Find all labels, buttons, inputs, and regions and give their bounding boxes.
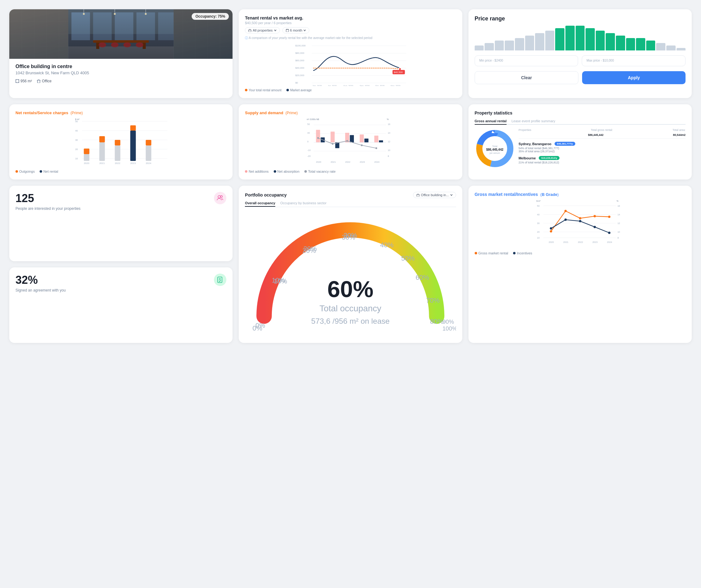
occupancy-badge: Occupancy: 75% bbox=[192, 13, 229, 20]
svg-text:2024: 2024 bbox=[374, 161, 380, 164]
price-range-card: Price range Min price - $2400 Max price … bbox=[468, 9, 692, 98]
home-icon bbox=[248, 29, 251, 32]
calendar-icon bbox=[286, 29, 289, 32]
histogram-bar-11 bbox=[586, 28, 595, 50]
svg-text:$80,000: $80,000 bbox=[295, 52, 304, 54]
area-icon bbox=[15, 79, 19, 83]
svg-rect-97 bbox=[331, 131, 335, 142]
svg-point-173 bbox=[608, 232, 611, 234]
histogram-bar-10 bbox=[575, 26, 585, 50]
filter-period[interactable]: 6 month bbox=[282, 27, 310, 33]
histogram-bar-4 bbox=[515, 38, 524, 50]
svg-text:20: 20 bbox=[75, 148, 78, 151]
svg-point-165 bbox=[564, 210, 566, 212]
property-type: Office bbox=[37, 79, 51, 83]
svg-text:20: 20 bbox=[537, 231, 539, 233]
svg-rect-69 bbox=[115, 140, 121, 145]
histogram-bar-6 bbox=[535, 33, 544, 50]
chevron-down-icon-3 bbox=[450, 194, 453, 196]
portfolio-header: Portfolio occupancy Office building in..… bbox=[245, 192, 456, 198]
tab-gross-annual[interactable]: Gross annual rental bbox=[475, 118, 506, 125]
histogram-bar-7 bbox=[545, 31, 554, 50]
clear-button[interactable]: Clear bbox=[475, 71, 579, 84]
histogram bbox=[475, 26, 686, 50]
building-icon bbox=[37, 79, 41, 83]
portfolio-filter[interactable]: Office building in... bbox=[413, 192, 456, 198]
svg-text:Nov. 2020: Nov. 2020 bbox=[391, 85, 400, 86]
svg-text:2021: 2021 bbox=[99, 162, 105, 165]
svg-text:$40,000: $40,000 bbox=[295, 66, 304, 69]
svg-text:2022: 2022 bbox=[115, 162, 121, 165]
svg-text:100%: 100% bbox=[442, 325, 456, 332]
property-statistics-right: Properties Total gross rental: Total are… bbox=[519, 128, 686, 169]
svg-text:50: 50 bbox=[537, 205, 539, 207]
histogram-bar-5 bbox=[525, 36, 534, 50]
svg-text:60%: 60% bbox=[327, 276, 374, 302]
donut-chart: Total $86,445,442 per annum bbox=[475, 128, 515, 169]
gross-market-card: Gross market rental/Incentives (B Grade)… bbox=[468, 186, 692, 343]
legend-market: Market average bbox=[286, 88, 311, 92]
svg-text:573,6 /956 m² on lease: 573,6 /956 m² on lease bbox=[311, 317, 390, 325]
sydney-detail2: 35% of total area (28,371m2) bbox=[519, 150, 686, 153]
svg-text:2022: 2022 bbox=[578, 241, 583, 244]
supply-demand-subtitle: (Prime) bbox=[285, 111, 297, 115]
svg-point-106 bbox=[332, 143, 334, 145]
gross-svg: $ m² 50 40 30 20 10 % 16 14 12 10 8 bbox=[475, 199, 686, 249]
svg-rect-66 bbox=[99, 142, 105, 161]
legend-absorption: Net absorption bbox=[274, 170, 300, 173]
filter-all-properties[interactable]: All properties bbox=[245, 27, 280, 33]
svg-text:$0: $0 bbox=[295, 81, 298, 84]
svg-text:14: 14 bbox=[388, 131, 390, 134]
svg-text:per annum: per annum bbox=[489, 152, 500, 155]
gross-chart: $ m² 50 40 30 20 10 % 16 14 12 10 8 bbox=[475, 199, 686, 249]
tab-by-sector[interactable]: Occupancy by business sector bbox=[280, 200, 326, 207]
svg-rect-100 bbox=[350, 135, 354, 142]
svg-text:Sep. 2020: Sep. 2020 bbox=[360, 85, 370, 86]
property-image: Occupancy: 75% bbox=[9, 9, 233, 59]
svg-point-167 bbox=[594, 215, 596, 218]
histogram-bar-19 bbox=[666, 45, 676, 50]
svg-text:m² /1000s NB: m² /1000s NB bbox=[307, 118, 319, 120]
svg-point-170 bbox=[564, 219, 566, 221]
svg-text:16: 16 bbox=[618, 205, 620, 207]
apply-button[interactable]: Apply bbox=[582, 71, 686, 84]
supply-demand-title: Supply and demand (Prime) bbox=[245, 110, 456, 115]
svg-text:Jun. 2020: Jun. 2020 bbox=[312, 85, 322, 86]
melbourne-detail: 21% of total rental ($18,226,812) bbox=[519, 161, 686, 164]
svg-rect-64 bbox=[84, 154, 89, 161]
histogram-bar-14 bbox=[616, 36, 625, 50]
tab-overall[interactable]: Overall occupancy bbox=[245, 200, 275, 207]
histogram-bar-1 bbox=[485, 43, 494, 50]
property-meta: 956 m² Office bbox=[15, 79, 226, 83]
svg-text:40: 40 bbox=[307, 131, 310, 134]
net-rentals-legend: Outgoings Net rental bbox=[15, 170, 226, 173]
interested-card: 125 People are interested in your proper… bbox=[9, 186, 233, 261]
property-address: 1042 Brunswick St, New Farm QLD 4005 bbox=[15, 70, 226, 75]
property-title: Office building in centre bbox=[15, 64, 226, 69]
svg-text:0%: 0% bbox=[255, 322, 265, 329]
supply-demand-legend: Net additions Net absorption Total vacan… bbox=[245, 170, 456, 173]
svg-text:10: 10 bbox=[75, 157, 78, 160]
min-price-input[interactable]: Min price - $2400 bbox=[475, 55, 578, 66]
tab-lease-event[interactable]: Lease event profile summary bbox=[511, 118, 555, 124]
line-chart-svg: $100,000 $80,000 $60,000 $40,000 $20,000… bbox=[245, 43, 456, 86]
svg-text:30: 30 bbox=[537, 222, 539, 225]
tenant-rental-info: ⓘ A comparison of your yearly rental fee… bbox=[245, 36, 456, 40]
svg-text:2024: 2024 bbox=[146, 162, 152, 165]
svg-rect-68 bbox=[115, 145, 121, 161]
portfolio-title: Portfolio occupancy bbox=[245, 193, 287, 198]
svg-rect-29 bbox=[286, 29, 288, 32]
svg-text:$100,000: $100,000 bbox=[295, 44, 306, 47]
interested-number: 125 bbox=[15, 192, 80, 205]
svg-text:Oct. 2020: Oct. 2020 bbox=[375, 85, 385, 86]
gross-title: Gross market rental/Incentives (B Grade) bbox=[475, 192, 686, 197]
legend-gross: Gross market rental bbox=[475, 251, 508, 255]
svg-text:8: 8 bbox=[388, 155, 389, 158]
portfolio-occupancy-card: Portfolio occupancy Office building in..… bbox=[239, 186, 462, 343]
svg-text:80%: 80% bbox=[430, 317, 443, 325]
agreement-number: 32% bbox=[15, 274, 66, 287]
histogram-bar-20 bbox=[677, 48, 686, 50]
svg-text:%: % bbox=[617, 200, 618, 202]
property-melbourne: Melbourne $18,228,812/y 21% of total ren… bbox=[519, 156, 686, 164]
max-price-input[interactable]: Max price - $10,000 bbox=[582, 55, 686, 66]
